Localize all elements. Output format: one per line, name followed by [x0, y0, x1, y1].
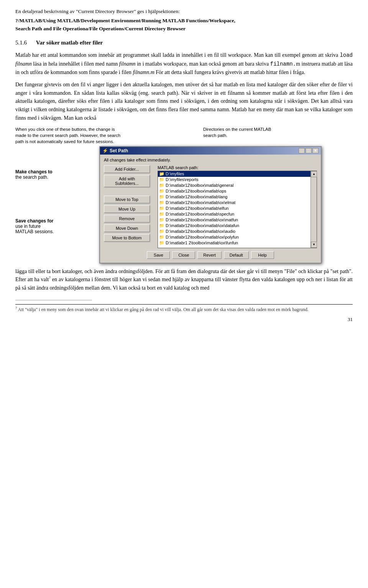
listbox-item[interactable]: 📁D:\matlabr12\toolbox\matlab\ox\datafun [158, 223, 310, 229]
folder-icon: 📁 [159, 217, 164, 222]
default-button[interactable]: Default [224, 251, 249, 259]
path-label: D:\matlabr1 2\toolbox\matlab\ox\funfun [166, 240, 238, 245]
close-button[interactable]: Close [172, 251, 195, 259]
section-title: Var söker matlab efter filer [36, 40, 103, 46]
scrollbar[interactable]: ▲ ▼ [310, 171, 317, 248]
path-label: D:\myfiles [166, 171, 184, 176]
add-subfolders-button[interactable]: Add with Subfolders... [104, 175, 150, 187]
listbox-item[interactable]: 📁D:\matlabr12\toolbox\matlab\specfun [158, 211, 310, 217]
listbox-item[interactable]: 📁D:\matlabr12\toolbox\matlab\ox\elmat [158, 200, 310, 206]
move-to-bottom-button[interactable]: Move to Bottom [104, 234, 150, 242]
scroll-down-btn[interactable]: ▼ [311, 242, 317, 248]
header-line1: En detaljerad beskrivning av "Current Di… [15, 8, 353, 16]
move-down-button[interactable]: Move Down [104, 224, 150, 232]
path-label: D:\matlabr12\toolbox\matlab\elfun [166, 206, 228, 211]
dialog-titlebar: ⚡ Set Path _ □ ✕ [100, 147, 321, 155]
left-labels-col: Make changes to the search path. Save ch… [15, 146, 65, 234]
minimize-btn[interactable]: _ [299, 148, 305, 153]
dialog-bottom-buttons: Save Close Revert Default Help [104, 251, 317, 259]
section-number: 5.1.6 [15, 40, 27, 46]
dialog-icon: ⚡ [102, 148, 108, 153]
path-label: D:\myfiles\reports [166, 177, 199, 182]
folder-icon: 📁 [159, 212, 164, 217]
add-folder-button[interactable]: Add Folder... [104, 165, 150, 173]
header-line3: Search Path and File Operationa/File Ope… [15, 25, 353, 33]
folder-icon: 📁 [159, 171, 164, 176]
folder-icon: 📁 [159, 200, 164, 205]
folder-icon: 📁 [159, 240, 164, 245]
dialog-main-area: Add Folder... Add with Subfolders... Mov… [104, 165, 317, 248]
dialog-info-text: All changes take effect immediately. [104, 158, 317, 162]
page-container: En detaljerad beskrivning av "Current Di… [15, 8, 353, 323]
path-label: D:\matlabr12\toolbox\matlab\general [166, 183, 233, 188]
listbox-item[interactable]: 📁D:\matlabr12\toolbox\matlab\general [158, 183, 310, 188]
dialog-right-area: MATLAB search path: 📁D:\myfiles📁D:\myfil… [158, 165, 317, 248]
footnote-separator [15, 300, 92, 300]
path-label: D:\matlabr12\toolbox\matlab\ops [166, 189, 226, 193]
dialog-listbox[interactable]: 📁D:\myfiles📁D:\myfiles\reports📁D:\matlab… [158, 171, 310, 248]
header-line2: ?/MATLAB/Using MATLAB/Development Enviro… [15, 17, 353, 25]
dialog-left-buttons: Add Folder... Add with Subfolders... Mov… [104, 165, 154, 248]
move-to-top-button[interactable]: Move to Top [104, 196, 150, 203]
folder-icon: 📁 [159, 229, 164, 234]
scroll-up-btn[interactable]: ▲ [311, 171, 317, 177]
page-number: 31 [15, 316, 353, 323]
paragraph-2: Det fungerar givtevis om den fil vi ange… [15, 81, 353, 122]
path-label: D:\matlabr12\toolbox\matlab\ox\matfun [166, 217, 238, 222]
listbox-wrapper: 📁D:\myfiles📁D:\myfiles\reports📁D:\matlab… [158, 171, 317, 248]
top-ann-right-text: Directories on the current MATLAB search… [203, 126, 280, 138]
listbox-item[interactable]: 📁D:\matlabr12\toolbox\matlab\ops [158, 188, 310, 194]
path-label: D:\matlabr12\toolbox\matlab\ox\elmat [166, 200, 235, 205]
dialog-body: All changes take effect immediately. Add… [100, 155, 321, 263]
win-controls[interactable]: _ □ ✕ [299, 148, 319, 153]
dialog-row: Make changes to the search path. Save ch… [15, 146, 353, 264]
save-changes-label: Save changes for use in future MATLAB se… [15, 218, 65, 234]
dialog-annotation-area: When you click one of these buttons, the… [15, 126, 353, 264]
help-button[interactable]: Help [251, 251, 274, 259]
path-label: D:\matlabr12\toolbox\matlab\specfun [166, 212, 234, 216]
top-ann-left-text: When you click one of these buttons, the… [15, 126, 127, 145]
paragraph-1: Matlab har ett antal kommandon som inneb… [15, 51, 353, 77]
move-up-button[interactable]: Move Up [104, 205, 150, 213]
folder-icon: 📁 [159, 183, 164, 188]
section-heading: 5.1.6 Var söker matlab efter filer [15, 38, 353, 47]
footnote: 7 Att "välja" i en meny som den ovan inn… [15, 304, 353, 313]
listbox-item[interactable]: 📁D:\matlabr12\toolbox\matlab\elfun [158, 206, 310, 211]
right-annotation-text: Directories on the current MATLAB search… [203, 127, 271, 138]
listbox-item[interactable]: 📁D:\myfiles [158, 171, 310, 177]
listbox-item[interactable]: 📁D:\matlabr1 2\toolbox\matlab\ox\funfun [158, 240, 310, 246]
listbox-item[interactable]: 📁D:\myfiles\reports [158, 177, 310, 183]
folder-icon: 📁 [159, 189, 164, 194]
remove-button[interactable]: Remove [104, 215, 150, 222]
path-label: D:\matlabr12\toolbox\matlab\ox\datafun [166, 223, 239, 228]
path-label: D:\matlabr12\toolbox\matlab\lang [166, 194, 227, 199]
folder-icon: 📁 [159, 177, 164, 182]
bottom-paragraph-1: lägga till eller ta bort kataloger, och … [15, 267, 353, 292]
folder-icon: 📁 [159, 206, 164, 211]
set-path-dialog: ⚡ Set Path _ □ ✕ All changes take effect… [99, 146, 322, 264]
listbox-item[interactable]: 📁D:\matlabr12\toolbox\matlab\ox\polyfun [158, 234, 310, 240]
scrollbar-track [311, 177, 317, 242]
save-button[interactable]: Save [147, 251, 170, 259]
footnote-text: Att "välja" i en meny som den ovan inneb… [18, 307, 309, 312]
maximize-btn[interactable]: □ [306, 148, 312, 153]
folder-icon: 📁 [159, 223, 164, 228]
revert-button[interactable]: Revert [197, 251, 221, 259]
path-label: D:\matlabr12\toolbox\matlab\ox\polyfun [166, 235, 239, 239]
folder-icon: 📁 [159, 235, 164, 240]
close-btn-win[interactable]: ✕ [312, 148, 319, 153]
listbox-item[interactable]: 📁D:\matlabr12\toolbox\matlab\lang [158, 194, 310, 200]
path-label: D:\matlabr12\toolbox\matlab\ox\audio [166, 229, 235, 234]
folder-icon: 📁 [159, 194, 164, 199]
listbox-item[interactable]: 📁D:\matlabr12\toolbox\matlab\ox\matfun [158, 217, 310, 223]
footnote-number: 7 [15, 306, 17, 310]
dialog-title-left: ⚡ Set Path [102, 148, 128, 153]
dialog-title-text: Set Path [110, 148, 128, 153]
listbox-item[interactable]: 📁D:\matlabr12\toolbox\matlab\ox\audio [158, 229, 310, 234]
listbox-label: MATLAB search path: [158, 165, 317, 170]
left-and-dialog: When you click one of these buttons, the… [15, 126, 353, 264]
make-changes-label: Make changes to the search path. [15, 169, 65, 180]
top-annotation-row: When you click one of these buttons, the… [15, 126, 353, 145]
